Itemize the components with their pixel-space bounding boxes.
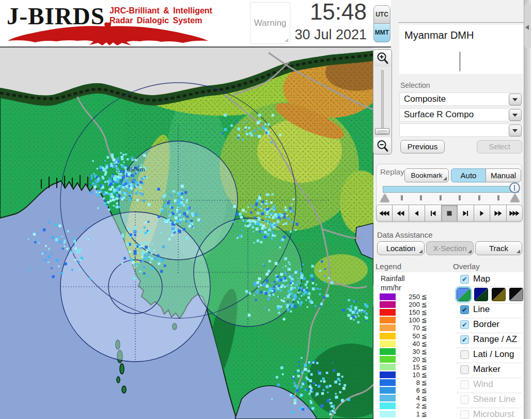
legend-symbol: ≦ — [421, 355, 427, 363]
da-button-label: X-Section — [433, 244, 466, 253]
legend-value: 40 — [393, 340, 420, 348]
overlay-separator — [456, 348, 522, 348]
legend-symbol: ≦ — [421, 394, 427, 402]
slider-tick — [440, 195, 442, 200]
legend-value: 100 — [393, 316, 420, 324]
overlay-lati-long-checkbox[interactable] — [460, 350, 469, 359]
overlay-wind-checkbox — [460, 380, 469, 389]
fwd2-button[interactable] — [490, 205, 506, 222]
tagline-line1: JRC-Brilliant & Intelligent — [109, 6, 213, 15]
stop-button[interactable] — [441, 205, 458, 222]
legend-row: 70≦ — [380, 324, 431, 331]
legend-value: 6 — [393, 386, 420, 394]
legend-symbol: ≦ — [421, 301, 427, 308]
map-style-swatch-4[interactable] — [509, 288, 523, 301]
replay-slider-track[interactable] — [383, 186, 519, 193]
legend-row: 4≦ — [380, 395, 431, 401]
play-button[interactable] — [474, 205, 490, 222]
legend-row: 250≦ — [380, 293, 431, 300]
overlay-lati-long-label: Lati / Long — [473, 349, 514, 360]
auto-button[interactable]: Auto — [451, 168, 486, 182]
station-title: Myanmar DMH — [404, 29, 474, 41]
overlay-line-label: Line — [473, 304, 490, 315]
overlay-shear-line-label: Shear Line — [473, 394, 515, 405]
clock-date: 30 Jul 2021 — [283, 27, 367, 43]
rew3-button[interactable] — [376, 205, 393, 222]
data-assistance-label: Data Assistance — [377, 230, 433, 239]
range-end-marker[interactable] — [510, 194, 520, 202]
dropdown-product[interactable]: Surface R Compo — [399, 108, 523, 121]
chevron-down-icon[interactable] — [509, 109, 522, 121]
manual-button[interactable]: Manual — [486, 168, 521, 182]
chevron-down-icon[interactable] — [509, 94, 522, 105]
bookmark-button[interactable]: Bookmark — [404, 168, 449, 182]
legend-row: 30≦ — [380, 348, 431, 355]
legend-symbol: ≦ — [421, 316, 427, 324]
overlay-line-checkbox[interactable]: ✔ — [460, 305, 469, 314]
overlay-border-checkbox[interactable]: ✔ — [460, 320, 469, 329]
step-fwd-button[interactable] — [457, 205, 474, 222]
range-start-marker[interactable] — [380, 194, 389, 202]
map-style-swatch-1[interactable] — [457, 288, 471, 301]
replay-slider-handle[interactable] — [509, 182, 520, 193]
legend-value: 10 — [393, 371, 420, 379]
overlay-wind-label: Wind — [473, 379, 493, 390]
station-title-box[interactable]: Myanmar DMH — [399, 25, 523, 74]
dropdown-extra[interactable] — [399, 123, 523, 137]
panel-divider — [398, 22, 524, 23]
zoom-out-button[interactable] — [374, 137, 391, 154]
da-track-button[interactable]: Track — [475, 241, 522, 255]
select-button[interactable]: Select — [477, 140, 522, 153]
legend-symbol: ≦ — [421, 308, 427, 316]
radar-map[interactable]: 450km — [0, 48, 373, 419]
legend-value: 200 — [393, 301, 420, 308]
da-button-label: Location — [386, 244, 416, 253]
legend-value: 30 — [393, 348, 420, 355]
legend-value: 8 — [393, 379, 420, 386]
legend-symbol: ≦ — [421, 363, 427, 371]
stop-icon — [444, 210, 455, 216]
step-back-button[interactable] — [425, 205, 441, 222]
map-style-swatch-2[interactable] — [474, 288, 488, 301]
overlay-separator — [456, 333, 522, 333]
mmt-button[interactable]: MMT — [373, 24, 390, 42]
dropdown-composite[interactable]: Composite — [399, 92, 523, 106]
utc-button[interactable]: UTC — [373, 5, 390, 24]
rew3-icon — [379, 210, 389, 216]
fwd3-button[interactable] — [506, 205, 523, 222]
play-rev-button[interactable] — [409, 205, 425, 222]
panel-collapse-strip[interactable] — [524, 0, 531, 419]
slider-tick — [459, 195, 461, 200]
menu-corner-icon — [443, 177, 447, 180]
map-style-swatch-3[interactable] — [492, 288, 506, 301]
legend-symbol: ≦ — [421, 348, 427, 355]
bookmark-label: Bookmark — [411, 172, 443, 179]
legend-value: 70 — [393, 324, 420, 332]
timezone-toggle: UTC MMT — [373, 5, 390, 42]
zoom-slider-handle[interactable] — [375, 128, 389, 135]
overlay-microburst-checkbox — [460, 410, 469, 419]
zoom-in-button[interactable] — [374, 50, 391, 67]
overlay-marker-checkbox[interactable] — [460, 365, 469, 374]
overlay-separator — [456, 378, 522, 378]
legend-row: 20≦ — [380, 356, 431, 363]
playback-controls — [376, 205, 523, 222]
legend-row: 200≦ — [380, 301, 431, 308]
overlay-map-checkbox[interactable]: ✔ — [460, 275, 469, 284]
legend-value: 250 — [393, 293, 420, 301]
dropdown-value: Composite — [404, 94, 446, 104]
step-fwd-icon — [460, 210, 471, 216]
slider-tick — [420, 195, 422, 200]
da-x-section-button[interactable]: X-Section — [426, 241, 474, 255]
da-location-button[interactable]: Location — [377, 241, 425, 255]
slider-tick — [497, 195, 499, 200]
overlay-range-az-checkbox[interactable]: ✔ — [460, 335, 469, 344]
legend-value: 50 — [393, 332, 420, 340]
zoom-slider-track[interactable] — [381, 70, 384, 130]
previous-button[interactable]: Previous — [400, 140, 445, 153]
chevron-down-icon[interactable] — [509, 125, 522, 136]
legend-symbol: ≦ — [421, 371, 427, 379]
rew2-button[interactable] — [392, 205, 409, 222]
legend-title-2: mm/hr — [381, 284, 401, 292]
overlay-separator — [456, 408, 522, 408]
